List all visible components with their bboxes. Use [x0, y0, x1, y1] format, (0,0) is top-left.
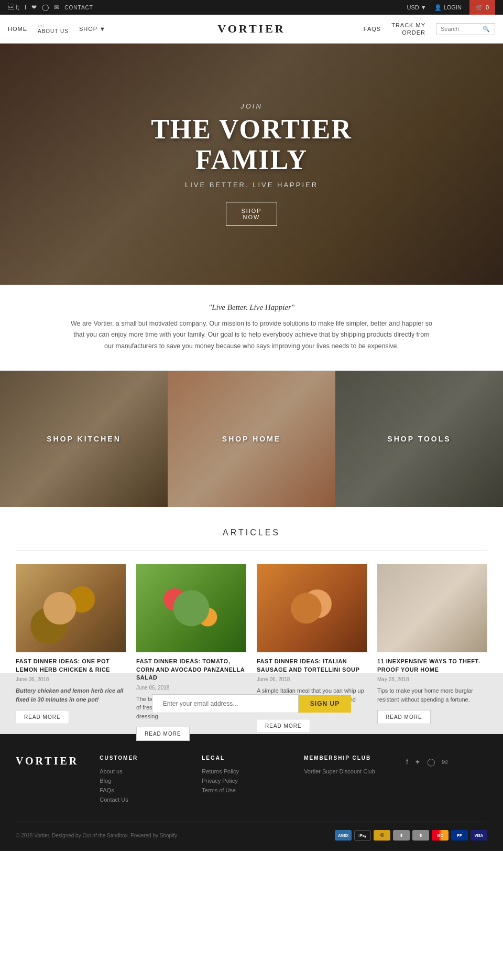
read-more-button-4[interactable]: READ MORE — [377, 710, 431, 724]
nav-home[interactable]: HOME — [8, 26, 27, 32]
footer-link-returns[interactable]: Returns Policy — [202, 768, 283, 774]
payment-icons: AMEX Pay Ⓒ ▮ ▮ MC PP VISA — [335, 830, 487, 841]
nav-right: FAQS TRACK MY ORDER 🔍 — [364, 21, 495, 37]
article-date-3: June 06, 2018 — [257, 676, 367, 682]
hero-section: JOIN THE VORTIER FAMILY LIVE BETTER. LIV… — [0, 44, 503, 285]
article-title-3: FAST DINNER IDEAS: ITALIAN SAUSAGE AND T… — [257, 658, 367, 674]
nav-left: HOME US ABOUT US SHOP ▼ — [8, 24, 106, 34]
top-bar-left:  f; f ❤ ◯ ✉ CONTACT — [8, 4, 93, 11]
facebook-icon[interactable]:  f; — [8, 4, 19, 11]
hero-join-text: JOIN — [151, 102, 352, 110]
article-image-4 — [377, 564, 487, 653]
currency-selector[interactable]: USD ▼ — [407, 4, 427, 10]
instagram-icon[interactable]: ◯ — [42, 4, 49, 11]
article-date-1: June 06, 2018 — [16, 676, 126, 682]
read-more-button-1[interactable]: READ MORE — [16, 710, 69, 724]
footer-bottom: © 2018 Vortier. Designed by Out of the S… — [16, 822, 487, 841]
articles-divider — [16, 551, 487, 551]
hero-subtitle: LIVE BETTER. LIVE HAPPIER — [151, 181, 352, 189]
home-label: SHOP HOME — [222, 435, 281, 443]
footer-top: VORTIER CUSTOMER About us Blog FAQs Cont… — [16, 755, 487, 806]
footer-customer-col: CUSTOMER About us Blog FAQs Contact Us — [100, 755, 181, 806]
payment-amex: AMEX — [335, 830, 352, 841]
hero-background: JOIN THE VORTIER FAMILY LIVE BETTER. LIV… — [0, 44, 503, 285]
site-logo[interactable]: VORTIER — [217, 22, 285, 36]
footer-legal-col: LEGAL Returns Policy Privacy Policy Term… — [202, 755, 283, 806]
read-more-button-3[interactable]: READ MORE — [257, 719, 310, 733]
shop-tools-category[interactable]: SHOP TOOLS — [335, 371, 503, 507]
article-date-4: May 28, 2018 — [377, 676, 487, 682]
article-image-1 — [16, 564, 126, 653]
articles-section: ARTICLES FAST DINNER IDEAS: ONE POT LEMO… — [0, 507, 503, 674]
hero-content: JOIN THE VORTIER FAMILY LIVE BETTER. LIV… — [151, 102, 352, 225]
footer-social-links: f ✦ ◯ ✉ — [406, 758, 487, 766]
payment-paypal: PP — [451, 830, 468, 841]
article-title-1: FAST DINNER IDEAS: ONE POT LEMON HERB CH… — [16, 658, 126, 674]
article-date-2: June 06, 2018 — [136, 685, 246, 691]
kitchen-bg: SHOP KITCHEN — [0, 371, 168, 507]
article-image-3 — [257, 564, 367, 653]
about-section: "Live Better. Live Happier" We are Vorti… — [0, 285, 503, 371]
search-box[interactable]: 🔍 — [436, 23, 495, 35]
kitchen-label: SHOP KITCHEN — [47, 435, 121, 443]
payment-generic1: ▮ — [393, 830, 410, 841]
main-nav: HOME US ABOUT US SHOP ▼ VORTIER FAQS TRA… — [0, 15, 503, 44]
search-icon[interactable]: 🔍 — [483, 26, 490, 33]
payment-visa: VISA — [471, 830, 487, 841]
newsletter-section: SIGN UP — [0, 673, 503, 734]
footer-copyright: © 2018 Vortier. Designed by Out of the S… — [16, 833, 177, 838]
footer-link-privacy[interactable]: Privacy Policy — [202, 778, 283, 784]
shop-home-category[interactable]: SHOP HOME — [168, 371, 335, 507]
footer-legal-heading: LEGAL — [202, 755, 283, 761]
pinterest-icon[interactable]: ❤ — [31, 4, 37, 11]
top-bar:  f; f ❤ ◯ ✉ CONTACT USD ▼ 👤 LOGIN 🛒 0 — [0, 0, 503, 15]
articles-heading: ARTICLES — [16, 528, 487, 537]
cart-button[interactable]: 🛒 0 — [469, 0, 495, 15]
shop-kitchen-category[interactable]: SHOP KITCHEN — [0, 371, 168, 507]
footer-pinterest-icon[interactable]: ✦ — [414, 758, 421, 766]
article-excerpt-1: Buttery chicken and lemon herb rice all … — [16, 686, 126, 704]
footer-instagram-icon[interactable]: ◯ — [427, 758, 435, 766]
footer-link-discount-club[interactable]: Vortier Super Discount Club — [304, 768, 385, 774]
facebook-icon[interactable]: f — [25, 4, 26, 11]
footer-facebook-icon[interactable]: f — [406, 758, 408, 766]
contact-link[interactable]: CONTACT — [64, 5, 93, 10]
footer-logo: VORTIER — [16, 755, 79, 806]
nav-faqs[interactable]: FAQS — [364, 26, 381, 32]
article-excerpt-4: Tips to make your home more burglar resi… — [377, 686, 487, 704]
article-title-2: FAST DINNER IDEAS: TOMATO, CORN AND AVOC… — [136, 658, 246, 682]
footer-link-blog[interactable]: Blog — [100, 778, 181, 784]
tools-bg: SHOP TOOLS — [335, 371, 503, 507]
article-card-2: FAST DINNER IDEAS: TOMATO, CORN AND AVOC… — [136, 564, 246, 653]
article-card-4: 11 INEXPENSIVE WAYS TO THEFT-PROOF YOUR … — [377, 564, 487, 653]
nav-about[interactable]: US ABOUT US — [38, 24, 69, 34]
home-bg: SHOP HOME — [168, 371, 335, 507]
footer-email-icon[interactable]: ✉ — [442, 758, 448, 766]
articles-grid: FAST DINNER IDEAS: ONE POT LEMON HERB CH… — [16, 564, 487, 653]
article-title-4: 11 INEXPENSIVE WAYS TO THEFT-PROOF YOUR … — [377, 658, 487, 674]
email-icon[interactable]: ✉ — [54, 4, 59, 11]
hero-shop-button[interactable]: SHOP NOW — [226, 202, 277, 226]
top-bar-right: USD ▼ 👤 LOGIN 🛒 0 — [407, 0, 495, 15]
read-more-button-2[interactable]: READ MORE — [136, 727, 190, 741]
footer-link-contact[interactable]: Contact Us — [100, 796, 181, 803]
payment-mastercard: MC — [432, 830, 449, 841]
payment-diners: Ⓒ — [374, 830, 390, 841]
payment-applepay: Pay — [354, 830, 371, 841]
footer-link-faqs[interactable]: FAQs — [100, 787, 181, 793]
article-card-1: FAST DINNER IDEAS: ONE POT LEMON HERB CH… — [16, 564, 126, 653]
footer-link-terms[interactable]: Terms of Use — [202, 787, 283, 793]
nav-track-order[interactable]: TRACK MY ORDER — [391, 21, 425, 37]
footer: VORTIER CUSTOMER About us Blog FAQs Cont… — [0, 734, 503, 851]
login-link[interactable]: 👤 LOGIN — [434, 4, 462, 11]
newsletter-email-input[interactable] — [152, 694, 299, 713]
footer-link-about[interactable]: About us — [100, 768, 181, 774]
newsletter-signup-button[interactable]: SIGN UP — [299, 695, 351, 713]
about-description: We are Vortier, a small but motivated co… — [68, 318, 435, 352]
nav-shop[interactable]: SHOP ▼ — [79, 26, 106, 32]
shop-categories: SHOP KITCHEN SHOP HOME SHOP TOOLS — [0, 371, 503, 507]
article-card-3: FAST DINNER IDEAS: ITALIAN SAUSAGE AND T… — [257, 564, 367, 653]
tools-label: SHOP TOOLS — [387, 435, 451, 443]
search-input[interactable] — [441, 26, 483, 32]
footer-social-col: f ✦ ◯ ✉ — [406, 755, 487, 806]
